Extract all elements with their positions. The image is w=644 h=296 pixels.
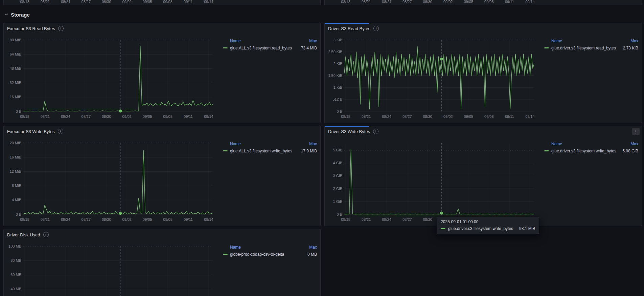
legend-header: Name Max xyxy=(223,140,318,147)
y-axis-tick-label: 3 GiB xyxy=(325,174,342,178)
row-header-storage[interactable]: Storage xyxy=(4,11,30,18)
info-icon[interactable] xyxy=(58,129,63,134)
legend-series-name[interactable]: glue.ALL.s3.filesystem.read_bytes xyxy=(230,46,301,50)
y-axis-tick-label: 1 KiB xyxy=(325,85,342,90)
x-axis-tick-label: 09/08 xyxy=(163,114,172,119)
y-axis-tick-label: 4 GiB xyxy=(325,161,342,165)
legend-header: Name Max xyxy=(544,140,639,147)
panel-title[interactable]: Executor S3 Write Bytes xyxy=(7,129,55,134)
x-axis-tick-label: 08/18 xyxy=(341,114,350,119)
legend-series-row[interactable]: glue.driver.s3.filesystem.write_bytes 5.… xyxy=(544,147,639,154)
legend-series-row[interactable]: glue.ALL.s3.filesystem.write_bytes 17.9 … xyxy=(223,147,318,154)
plot-canvas[interactable] xyxy=(325,137,544,226)
y-axis-tick-label: 48 MiB xyxy=(4,66,21,71)
chart-tooltip: 2025-09-01 01:00:00 glue.driver.s3.files… xyxy=(437,217,539,234)
legend-series-name[interactable]: glue.ALL.s3.filesystem.write_bytes xyxy=(230,149,301,153)
x-axis-tick-label: 09/11 xyxy=(184,114,193,119)
legend: Name Max glue.driver.s3.filesystem.write… xyxy=(544,140,639,154)
series-color-swatch xyxy=(544,150,549,151)
y-axis-tick-label: 3 KiB xyxy=(325,38,342,42)
chart-area[interactable]: 0 B1 GiB2 GiB3 GiB4 GiB5 GiB08/1808/2108… xyxy=(325,137,544,226)
x-axis-tick-label: 08/27 xyxy=(82,114,91,119)
y-axis-tick-label: 2 KiB xyxy=(325,62,342,66)
legend-header-name[interactable]: Name xyxy=(223,245,309,250)
tooltip-series-value: 98.1 MiB xyxy=(519,226,535,231)
series-color-swatch xyxy=(223,150,228,151)
legend-header: Name Max xyxy=(223,37,318,44)
info-icon[interactable] xyxy=(373,26,379,31)
panel-header[interactable]: Driver S3 Read Bytes xyxy=(325,23,642,34)
x-axis-tick-label: 08/24 xyxy=(382,114,391,119)
partial-panel-top-right: 08/1808/2108/2408/2708/3009/0209/0509/08… xyxy=(324,0,642,5)
panel-header[interactable]: Executor S3 Read Bytes xyxy=(4,23,320,34)
x-axis-tick-label: 09/05 xyxy=(464,114,474,119)
x-axis-tick-label: 08/30 xyxy=(423,0,432,4)
x-axis-tick-label: 08/30 xyxy=(423,217,432,222)
panel-title[interactable]: Driver Disk Used xyxy=(7,232,40,237)
plot-canvas[interactable] xyxy=(4,34,223,123)
legend-header-max[interactable]: Max xyxy=(309,142,318,146)
panel-header[interactable]: Driver Disk Used xyxy=(4,229,320,240)
hover-point-marker xyxy=(440,58,443,61)
legend-header-name[interactable]: Name xyxy=(544,142,630,146)
panel-header[interactable]: Driver S3 Write Bytes xyxy=(325,126,642,137)
legend-series-row[interactable]: glue.ALL.s3.filesystem.read_bytes 73.4 M… xyxy=(223,44,318,51)
y-axis-tick-label: 60 MB xyxy=(4,273,21,277)
legend: Name Max glue.ALL.s3.filesystem.read_byt… xyxy=(223,37,318,51)
panel-title[interactable]: Executor S3 Read Bytes xyxy=(7,26,55,31)
info-icon[interactable] xyxy=(43,232,49,237)
legend-header-max[interactable]: Max xyxy=(309,39,318,43)
chart-area[interactable]: 0 B4 MiB8 MiB12 MiB16 MiB20 MiB08/1808/2… xyxy=(4,137,223,226)
tooltip-series-row: glue.driver.s3.filesystem.write_bytes 98… xyxy=(441,226,535,231)
y-axis-tick-label: 2.50 KiB xyxy=(325,50,342,54)
legend-series-row[interactable]: glue.driver.s3.filesystem.read_bytes 2.7… xyxy=(544,44,639,51)
x-axis-tick-label: 08/18 xyxy=(20,217,29,222)
chart-area[interactable]: 0 B16 MiB32 MiB48 MiB64 MiB80 MiB08/1808… xyxy=(4,34,223,123)
x-axis-tick-label: 09/11 xyxy=(505,0,514,4)
x-axis-tick-label: 08/18 xyxy=(341,217,350,222)
section-title: Storage xyxy=(11,12,30,18)
x-axis-tick-label: 09/02 xyxy=(122,0,132,4)
panel-title[interactable]: Driver S3 Write Bytes xyxy=(328,129,370,134)
x-axis-tick-label: 09/14 xyxy=(204,0,213,4)
legend-header-name[interactable]: Name xyxy=(544,39,630,43)
panel-executor-s3-read-bytes: Executor S3 Read Bytes 0 B16 MiB32 MiB48… xyxy=(3,23,321,123)
plot-canvas[interactable] xyxy=(325,34,544,123)
x-axis-tick-label: 08/24 xyxy=(382,0,391,4)
y-axis-tick-label: 20 MiB xyxy=(4,141,21,145)
x-axis-tick-label: 08/24 xyxy=(61,0,70,4)
legend-series-name[interactable]: glue.driver.s3.filesystem.write_bytes xyxy=(551,149,622,153)
series-color-swatch xyxy=(223,254,228,255)
legend-series-name[interactable]: glue.driver.s3.filesystem.read_bytes xyxy=(551,46,623,50)
y-axis-tick-label: 16 MiB xyxy=(4,155,21,160)
x-axis-tick-label: 09/05 xyxy=(143,217,152,222)
legend-header-max[interactable]: Max xyxy=(630,39,639,43)
x-axis-tick-label: 09/02 xyxy=(122,114,132,119)
legend-header-name[interactable]: Name xyxy=(223,39,309,43)
plot-canvas[interactable] xyxy=(4,137,223,226)
panel-header[interactable]: Executor S3 Write Bytes xyxy=(4,126,320,137)
y-axis-tick-label: 12 MiB xyxy=(4,169,21,174)
legend-header-name[interactable]: Name xyxy=(223,142,309,146)
chart-area[interactable]: 0 MB20 MB40 MB60 MB80 MB100 MB08/1808/21… xyxy=(4,240,223,296)
x-axis-tick-label: 09/02 xyxy=(443,114,453,119)
panel-menu-icon[interactable] xyxy=(632,128,640,135)
x-axis-tick-label: 09/05 xyxy=(143,114,152,119)
plot-canvas[interactable] xyxy=(4,240,223,296)
series-color-swatch xyxy=(223,47,228,48)
y-axis-tick-label: 80 MiB xyxy=(4,38,21,42)
y-axis-tick-label: 8 MiB xyxy=(4,184,21,188)
y-axis-tick-label: 80 MB xyxy=(4,258,21,263)
info-icon[interactable] xyxy=(373,129,378,134)
info-icon[interactable] xyxy=(58,26,64,31)
legend: Name Max globe-prod-codap-csv-to-delta 0… xyxy=(223,244,318,258)
legend-header-max[interactable]: Max xyxy=(309,245,318,250)
panel-title[interactable]: Driver S3 Read Bytes xyxy=(328,26,370,31)
legend-series-name[interactable]: globe-prod-codap-csv-to-delta xyxy=(230,252,307,257)
x-axis-tick-label: 09/14 xyxy=(525,0,535,4)
x-axis-tick-label: 08/18 xyxy=(20,0,29,4)
chart-area[interactable]: 0 B512 B1 KiB1.50 KiB2 KiB2.50 KiB3 KiB0… xyxy=(325,34,544,123)
legend-series-max: 0 MB xyxy=(307,252,318,257)
legend-header-max[interactable]: Max xyxy=(630,142,639,146)
legend-series-row[interactable]: globe-prod-codap-csv-to-delta 0 MB xyxy=(223,251,318,258)
